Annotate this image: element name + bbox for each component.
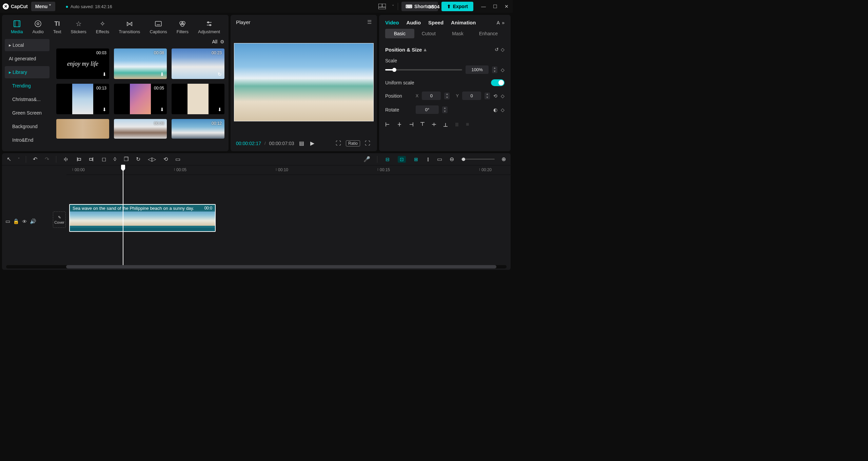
media-thumb[interactable]: 00:08 — [114, 119, 167, 139]
layout-button[interactable] — [376, 2, 389, 11]
media-thumb[interactable]: 00:05⬇ — [114, 84, 167, 114]
fullscreen-icon[interactable]: ⛶ — [363, 140, 372, 147]
rotate-dial-icon[interactable]: ◐ — [493, 107, 497, 113]
tab-media[interactable]: Media — [6, 18, 27, 36]
crop-tool[interactable]: ◻ — [101, 155, 107, 163]
tab-text[interactable]: TIText — [48, 18, 66, 36]
align-top-icon[interactable] — [420, 121, 425, 127]
scale-stepper[interactable]: ▲▼ — [492, 66, 497, 73]
media-thumb[interactable]: 00:03enjoy my life⬇ — [56, 48, 109, 79]
subtab-basic[interactable]: Basic — [385, 29, 414, 38]
scale-value[interactable] — [466, 65, 489, 74]
tab-transitions[interactable]: ⋈Transitions — [114, 18, 145, 36]
more-tab-indicator[interactable]: A — [497, 20, 500, 25]
insp-tab-audio[interactable]: Audio — [407, 20, 421, 25]
player-menu-icon[interactable]: ☰ — [367, 19, 372, 25]
maximize-button[interactable]: ☐ — [492, 4, 498, 9]
crop-icon[interactable]: ⛶ — [334, 140, 342, 147]
filter-all[interactable]: All — [212, 39, 217, 44]
sidebar-green-screen[interactable]: Green Screen — [5, 107, 50, 119]
rotate-value[interactable] — [416, 105, 439, 114]
trim-left-tool[interactable] — [75, 156, 82, 163]
minimize-button[interactable]: — — [480, 4, 487, 9]
video-clip[interactable]: Sea wave on the sand of the Philippine b… — [69, 204, 216, 232]
x-stepper[interactable]: ▲▼ — [444, 93, 450, 99]
resize-handle[interactable] — [234, 118, 237, 121]
track-mute-icon[interactable]: 🔊 — [30, 218, 36, 224]
tracks-area[interactable]: ▭ 🔒 👁 🔊 ✎ Cover Sea wave on the sand of … — [2, 175, 511, 265]
sidebar-library[interactable]: ▸ Library — [5, 66, 50, 78]
zoom-slider[interactable] — [461, 159, 495, 160]
marker-tool[interactable]: ◊ — [113, 156, 117, 163]
uniform-scale-toggle[interactable] — [491, 79, 505, 86]
keyframe-icon[interactable]: ◇ — [501, 47, 505, 52]
download-icon[interactable]: ⬇ — [102, 107, 106, 112]
media-thumb[interactable]: ⬇ — [172, 84, 224, 114]
rotate-tool[interactable]: ⟲ — [163, 155, 169, 163]
media-thumb[interactable]: 00:08⬇ — [114, 48, 167, 79]
sidebar-local[interactable]: ▸ Local — [5, 39, 50, 51]
filter-icon[interactable]: ⚙ — [220, 39, 224, 44]
ratio-button[interactable]: Ratio — [346, 140, 360, 146]
tab-adjustment[interactable]: Adjustment — [193, 18, 225, 36]
export-button[interactable]: ⬆ Export — [441, 2, 473, 11]
link-icon[interactable]: ⟲ — [493, 93, 497, 99]
align-right-icon[interactable] — [408, 121, 414, 127]
playhead[interactable] — [123, 165, 123, 265]
track-lock-icon[interactable]: 🔒 — [13, 218, 19, 224]
download-icon[interactable]: ⬇ — [160, 107, 164, 112]
media-thumb[interactable]: 00:23↻ — [172, 48, 224, 79]
zoom-in-icon[interactable]: ⊕ — [501, 155, 507, 163]
sidebar-intro-end[interactable]: Intro&End — [5, 134, 50, 146]
cover-button[interactable]: ✎ Cover — [53, 212, 66, 228]
reverse-tool[interactable]: ↻ — [135, 155, 141, 163]
align-bottom-icon[interactable] — [443, 121, 448, 127]
tab-filters[interactable]: Filters — [172, 18, 193, 36]
crop-ratio-tool[interactable]: ▭ — [175, 155, 181, 163]
mirror-tool[interactable]: ◁▷ — [147, 155, 157, 163]
position-y[interactable] — [462, 92, 481, 100]
collapse-icon[interactable]: ▴ — [424, 46, 427, 53]
timeline-ruler[interactable]: 00:00 00:05 00:10 00:15 00:20 — [66, 165, 511, 175]
chevron-down-icon[interactable]: ˅ — [392, 4, 394, 9]
align-center-v-icon[interactable] — [431, 121, 437, 127]
download-icon[interactable]: ⬇ — [160, 72, 164, 77]
list-view-icon[interactable]: ▤ — [298, 139, 305, 147]
subtab-cutout[interactable]: Cutout — [414, 29, 443, 38]
y-stepper[interactable]: ▲▼ — [485, 93, 490, 99]
keyframe-icon[interactable]: ◇ — [501, 107, 505, 113]
insp-tab-video[interactable]: Video — [385, 20, 399, 25]
tab-audio[interactable]: Audio — [27, 18, 48, 36]
preview-mode-icon[interactable]: ▭ — [436, 155, 443, 163]
reset-icon[interactable]: ↺ — [495, 47, 499, 52]
align-left-icon[interactable] — [385, 121, 391, 127]
tab-effects[interactable]: ✧Effects — [91, 18, 114, 36]
keyframe-icon[interactable]: ◇ — [501, 67, 505, 73]
track-add-icon[interactable]: ▭ — [5, 218, 10, 224]
menu-button[interactable]: Menu ˅ — [31, 2, 56, 11]
refresh-icon[interactable]: ↻ — [218, 72, 222, 77]
snap-link-icon[interactable]: ⊞ — [412, 156, 420, 163]
rotate-stepper[interactable]: ▲▼ — [442, 106, 448, 113]
split-tool[interactable] — [62, 156, 69, 163]
media-thumb[interactable] — [56, 119, 109, 139]
track-visibility-icon[interactable]: 👁 — [22, 218, 27, 224]
pointer-tool[interactable]: ↖ — [6, 155, 12, 163]
tab-captions[interactable]: Captions — [145, 18, 172, 36]
download-icon[interactable]: ⬇ — [218, 107, 222, 112]
sidebar-trending[interactable]: Trending — [5, 80, 50, 92]
sidebar-ai-generated[interactable]: AI generated — [5, 53, 50, 65]
align-center-h-icon[interactable] — [397, 121, 402, 127]
trim-right-tool[interactable] — [88, 156, 95, 163]
resize-handle[interactable] — [370, 43, 374, 46]
position-x[interactable] — [422, 92, 441, 100]
snap-magnet-icon[interactable]: ⊡ — [398, 156, 406, 163]
snap-main-icon[interactable]: ⊟ — [383, 156, 392, 163]
sidebar-christmas[interactable]: Christmas&... — [5, 93, 50, 105]
insp-tab-animation[interactable]: Animation — [451, 20, 476, 25]
zoom-out-icon[interactable]: ⊖ — [449, 155, 455, 163]
subtab-mask[interactable]: Mask — [443, 29, 472, 38]
scale-slider[interactable] — [385, 69, 462, 71]
media-thumb[interactable]: 00:13⬇ — [56, 84, 109, 114]
media-thumb[interactable]: 00:12 — [172, 119, 224, 139]
